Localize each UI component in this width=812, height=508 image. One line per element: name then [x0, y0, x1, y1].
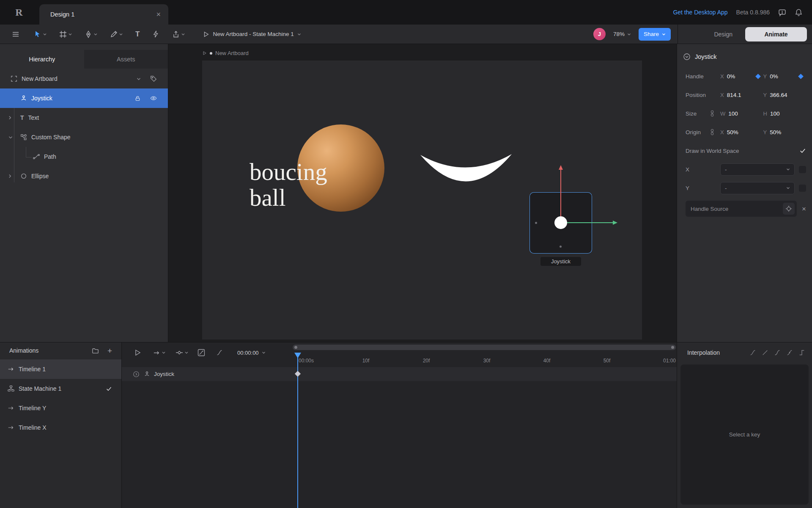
interpolation-tool-icon[interactable] — [216, 349, 223, 356]
export-tool[interactable] — [172, 30, 185, 38]
animation-item-timeline-y[interactable]: Timeline Y — [0, 398, 121, 418]
rive-logo-icon[interactable]: R — [13, 6, 25, 19]
handle-source-field[interactable]: Handle Source — [686, 201, 797, 217]
interp-cubic-icon[interactable] — [749, 349, 756, 356]
chevron-down-icon — [262, 351, 266, 354]
tab-hierarchy[interactable]: Hierarchy — [0, 50, 84, 69]
playhead-marker[interactable] — [294, 353, 301, 358]
events-lightning-icon[interactable] — [152, 30, 159, 38]
tree-row-joystick[interactable]: Joystick — [0, 88, 168, 108]
zoom-handle-left[interactable] — [294, 346, 297, 349]
animation-item-state-machine-1[interactable]: State Machine 1 — [0, 379, 121, 398]
keyframe-path-tool[interactable] — [176, 349, 188, 356]
mode-design-button[interactable]: Design — [714, 31, 732, 38]
artboard-title[interactable]: New Artboard — [215, 50, 249, 56]
check-icon[interactable] — [799, 147, 806, 154]
play-icon[interactable] — [134, 349, 141, 356]
chevron-down-icon[interactable] — [137, 77, 141, 80]
handle-x-field[interactable]: 0% — [727, 73, 735, 80]
state-machine-icon — [8, 385, 14, 392]
keyframe-diamond-icon[interactable] — [755, 74, 761, 79]
tree-row-text[interactable]: T Text — [0, 108, 168, 127]
joystick-handle-dot[interactable] — [560, 246, 562, 248]
notifications-bell-icon[interactable] — [795, 8, 803, 17]
target-picker-icon[interactable] — [783, 203, 795, 215]
select-tool[interactable] — [34, 30, 47, 38]
size-w-field[interactable]: 100 — [728, 110, 738, 117]
link-icon[interactable] — [709, 129, 715, 135]
zoom-selector[interactable]: 78% — [613, 31, 631, 37]
shape-tool[interactable] — [110, 30, 123, 38]
timeline-track-joystick[interactable]: Joystick — [122, 367, 677, 381]
interp-edit-icon[interactable] — [786, 349, 793, 356]
state-machine-selector[interactable]: New Artboard - State Machine 1 — [203, 31, 301, 38]
hamburger-menu-icon[interactable] — [12, 30, 19, 38]
origin-x-field[interactable]: 50% — [727, 129, 738, 135]
joystick-icon — [144, 371, 150, 377]
check-icon — [106, 386, 112, 392]
artboard-tool[interactable] — [59, 30, 72, 38]
chevron-down-icon — [43, 33, 47, 36]
interp-ease-icon[interactable] — [774, 349, 781, 356]
user-avatar[interactable]: J — [593, 28, 606, 40]
interpolation-body: Select a key — [680, 364, 809, 505]
tag-icon[interactable] — [150, 75, 157, 82]
keyframe-diamond-icon[interactable] — [798, 74, 804, 79]
hierarchy-tabs: Hierarchy Assets — [0, 50, 168, 69]
tree-row-artboard[interactable]: New Artboard — [0, 69, 168, 88]
x-binding-dropdown[interactable]: - — [720, 163, 795, 176]
animation-item-timeline-1[interactable]: Timeline 1 — [0, 359, 121, 379]
clear-handle-source-icon[interactable]: × — [802, 205, 806, 213]
circle-chevron-right-icon[interactable] — [133, 371, 140, 378]
chevron-right-icon — [8, 116, 11, 120]
pen-tool[interactable] — [85, 30, 97, 38]
smile-path-shape[interactable] — [419, 152, 513, 188]
ruler-label: 20f — [414, 358, 439, 364]
stage-canvas[interactable]: New Artboard boucing ball Joystick — [168, 44, 677, 342]
joystick-knob[interactable] — [554, 216, 567, 229]
zoom-level-value: 78% — [613, 31, 625, 37]
interp-hold-icon[interactable] — [798, 349, 805, 356]
current-time-selector[interactable]: 00:00:00 — [237, 350, 266, 356]
tab-assets[interactable]: Assets — [84, 50, 168, 69]
auto-key-tool[interactable] — [153, 349, 165, 356]
size-h-field[interactable]: 100 — [770, 110, 780, 117]
desktop-app-link[interactable]: Get the Desktop App — [673, 9, 727, 16]
feedback-icon[interactable] — [778, 8, 786, 17]
zoom-handle-right[interactable] — [671, 346, 674, 349]
graph-editor-icon[interactable] — [198, 349, 205, 356]
canvas-text[interactable]: boucing ball — [250, 159, 327, 210]
circle-chevron-down-icon[interactable] — [683, 53, 691, 61]
joystick-handle-dot[interactable] — [535, 222, 537, 224]
origin-y-field[interactable]: 50% — [770, 129, 781, 135]
tree-row-ellipse[interactable]: Ellipse — [0, 166, 168, 186]
text-tool[interactable]: T — [135, 30, 140, 39]
joystick-y-axis-arrow[interactable] — [559, 165, 563, 170]
document-tab[interactable]: Design 1 × — [39, 4, 168, 25]
animation-item-timeline-x[interactable]: Timeline X — [0, 418, 121, 437]
ruler-label: 30f — [474, 358, 499, 364]
add-animation-icon[interactable]: + — [107, 347, 112, 355]
timeline-arrow-icon — [8, 366, 14, 373]
keyframe-slot[interactable] — [799, 166, 806, 173]
eye-icon[interactable] — [150, 95, 157, 102]
tree-row-custom-shape[interactable]: Custom Shape — [0, 127, 168, 147]
inspector-panel: Joystick Handle X 0% Y 0% Position X 814… — [677, 44, 812, 342]
toolbar-right-group: J 78% Share — [593, 25, 671, 44]
tree-row-path[interactable]: Path — [0, 147, 168, 166]
position-y-field[interactable]: 366.64 — [770, 92, 787, 98]
artboard-surface[interactable]: boucing ball Joystick — [202, 61, 642, 340]
folder-icon[interactable] — [92, 347, 99, 354]
joystick-x-axis-arrow[interactable] — [613, 221, 617, 225]
handle-y-field[interactable]: 0% — [770, 73, 778, 80]
share-button[interactable]: Share — [639, 28, 671, 41]
position-x-field[interactable]: 814.1 — [727, 92, 741, 98]
timeline-zoom-scrollbar[interactable] — [293, 345, 676, 350]
mode-animate-button[interactable]: Animate — [745, 27, 807, 41]
lock-icon[interactable] — [134, 95, 141, 102]
interp-linear-icon[interactable] — [762, 349, 768, 356]
y-binding-dropdown[interactable]: - — [720, 182, 795, 194]
keyframe-slot[interactable] — [799, 185, 806, 192]
close-tab-icon[interactable]: × — [156, 11, 161, 18]
link-icon[interactable] — [709, 110, 715, 117]
